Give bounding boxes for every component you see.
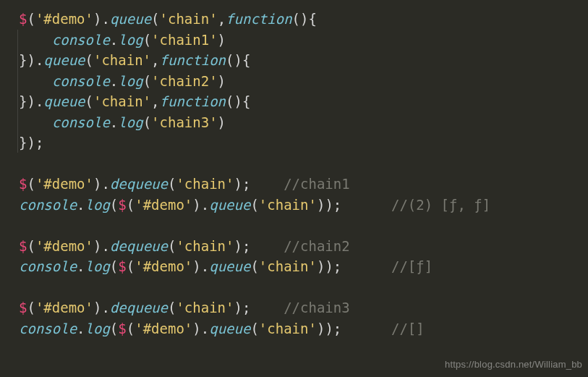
func-dollar: $	[19, 238, 27, 254]
paren-close: )	[93, 238, 101, 254]
paren-close: )	[93, 300, 101, 315]
paren-close: )	[192, 321, 200, 336]
dot: .	[77, 321, 85, 336]
paren-close: )	[234, 238, 242, 254]
string-demo: '#demo'	[135, 321, 192, 336]
func-log: log	[118, 114, 142, 130]
func-dequeue: dequeue	[110, 176, 168, 192]
func-queue: queue	[43, 52, 85, 68]
func-queue: queue	[209, 197, 250, 213]
string-chain3: 'chain3'	[151, 114, 218, 130]
func-queue: queue	[43, 93, 85, 109]
watermark-text: https://blog.csdn.net/William_bb	[445, 355, 582, 376]
paren-open: (	[127, 258, 135, 274]
indent	[19, 73, 52, 89]
dot: .	[101, 238, 109, 254]
paren-close: )	[317, 321, 325, 336]
paren-close: )	[218, 114, 226, 130]
semicolon: ;	[333, 258, 341, 274]
indent-guide	[17, 30, 18, 153]
string-chain2: 'chain2'	[151, 73, 218, 89]
dot: .	[201, 321, 209, 336]
paren-open: (	[168, 300, 176, 315]
semicolon: ;	[333, 197, 341, 213]
paren-close: )	[218, 73, 226, 89]
semicolon: ;	[242, 238, 250, 254]
string-chain: 'chain'	[259, 197, 317, 213]
obj-console: console	[19, 258, 77, 274]
func-open: (){	[226, 93, 250, 109]
comment-result3: //[]	[391, 321, 425, 336]
code-line: console.log('chain3')	[19, 114, 226, 130]
indent	[19, 32, 52, 48]
code-line: $('#demo').dequeue('chain'); //chain1	[19, 176, 350, 192]
dot: .	[77, 258, 85, 274]
gap	[341, 321, 391, 336]
func-open: (){	[292, 11, 317, 27]
code-line: $('#demo').queue('chain',function(){	[19, 11, 317, 27]
string-chain: 'chain'	[176, 300, 234, 315]
func-queue: queue	[209, 258, 250, 274]
paren-open: (	[250, 258, 258, 274]
paren-close: )	[317, 197, 325, 213]
semicolon: ;	[242, 300, 250, 315]
paren-open: (	[85, 52, 93, 68]
comma: ,	[151, 93, 159, 109]
code-line: console.log('chain2')	[19, 73, 226, 89]
obj-console: console	[52, 32, 110, 48]
paren-open: (	[127, 197, 135, 213]
paren-open: (	[110, 197, 118, 213]
paren-open: (	[27, 11, 35, 27]
code-line: $('#demo').dequeue('chain'); //chain2	[19, 238, 350, 254]
semicolon: ;	[242, 176, 250, 192]
gap	[250, 176, 284, 192]
func-log: log	[118, 73, 142, 89]
indent	[19, 114, 52, 130]
code-line: console.log($('#demo').queue('chain')); …	[19, 258, 433, 274]
gap	[250, 300, 284, 315]
paren-open: (	[27, 300, 35, 315]
gap	[341, 197, 391, 213]
paren-open: (	[110, 258, 118, 274]
string-chain: 'chain'	[259, 258, 317, 274]
func-dollar: $	[118, 197, 126, 213]
comment-result2: //[ƒ]	[391, 258, 433, 274]
semicolon: ;	[333, 321, 341, 336]
paren-close: )	[192, 197, 200, 213]
paren-close: )	[234, 300, 242, 315]
comment-chain3: //chain3	[284, 300, 350, 315]
string-demo: '#demo'	[35, 238, 93, 254]
string-demo: '#demo'	[35, 176, 93, 192]
paren-open: (	[85, 93, 93, 109]
paren-open: (	[151, 11, 159, 27]
code-line: console.log($('#demo').queue('chain')); …	[19, 321, 425, 336]
keyword-function: function	[160, 52, 226, 68]
paren-open: (	[250, 197, 258, 213]
dot: .	[101, 176, 109, 192]
paren-open: (	[27, 176, 35, 192]
comment-chain1: //chain1	[284, 176, 350, 192]
dot: .	[201, 197, 209, 213]
func-log: log	[85, 258, 110, 274]
paren-close: )	[317, 258, 325, 274]
string-chain: 'chain'	[93, 52, 151, 68]
func-log: log	[118, 32, 142, 48]
comma: ,	[151, 52, 159, 68]
gap	[341, 258, 391, 274]
obj-console: console	[19, 321, 77, 336]
stmt-end: });	[19, 135, 43, 151]
paren-open: (	[143, 73, 151, 89]
code-line: }).queue('chain',function(){	[19, 93, 250, 109]
code-line: console.log('chain1')	[19, 32, 226, 48]
string-chain: 'chain'	[176, 176, 234, 192]
dot: .	[201, 258, 209, 274]
code-line: }).queue('chain',function(){	[19, 52, 250, 68]
string-demo: '#demo'	[135, 197, 192, 213]
func-queue: queue	[209, 321, 250, 336]
paren-open: (	[27, 238, 35, 254]
func-log: log	[85, 321, 110, 336]
func-dequeue: dequeue	[110, 300, 168, 315]
string-demo: '#demo'	[135, 258, 192, 274]
paren-close: )	[234, 176, 242, 192]
string-chain: 'chain'	[259, 321, 317, 336]
